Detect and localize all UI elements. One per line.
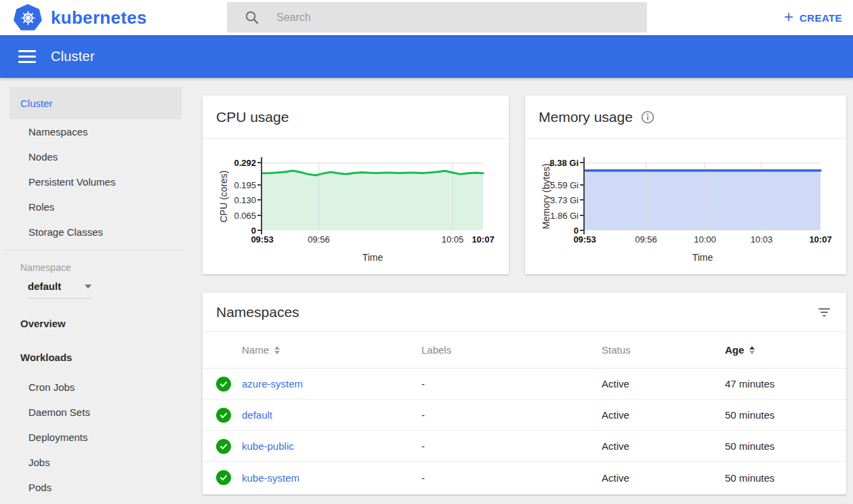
x-tick-label: 10:07 [472,234,494,245]
namespace-dropdown[interactable]: default [28,280,91,299]
search-input[interactable] [275,11,630,24]
memory-card-header: Memory usage [525,96,846,139]
sidebar-item-deployments[interactable]: Deployments [0,425,183,450]
y-tick [580,215,583,216]
app-header: kubernetes + CREATE [0,0,853,35]
table-row: azure-system-Active47 minutes [203,369,846,400]
y-tick-label: 5.59 Gi [550,180,579,190]
x-tick-label: 09:53 [573,234,596,245]
y-tick-label: 0.065 [234,210,256,220]
cpu-usage-chart: CPU (cores)00.0650.1300.1950.29209:5309:… [203,139,509,274]
x-tick-label: 10:07 [809,234,831,245]
status-ok-icon [216,408,231,423]
y-tick [257,230,261,231]
age-cell: 50 minutes [725,440,833,452]
column-header-name[interactable]: Name [242,344,421,356]
namespaces-title: Namespaces [216,304,299,320]
y-tick-label: 8.38 Gi [549,158,579,168]
status-cell: Active [602,378,725,390]
kubernetes-logo[interactable]: kubernetes [14,4,147,31]
status-cell: Active [602,440,725,452]
sidebar-divider [5,250,183,251]
create-button[interactable]: + CREATE [784,0,842,35]
sidebar-item-overview[interactable]: Overview [0,311,183,336]
menu-icon[interactable] [18,47,36,66]
y-tick-label: 3.73 Gi [550,195,579,205]
filter-icon[interactable] [816,306,833,319]
namespace-link[interactable]: kube-system [242,472,299,484]
age-cell: 47 minutes [725,378,833,390]
plot-area: 00.0650.1300.1950.29209:5309:5610:0510:0… [262,163,483,230]
memory-usage-chart: Memory (bytes)01.86 Gi3.73 Gi5.59 Gi8.38… [525,139,846,274]
kubernetes-helm-icon [14,4,42,31]
sidebar-item-cron-jobs[interactable]: Cron Jobs [0,375,183,400]
column-header-age[interactable]: Age [725,344,833,356]
sidebar-item-cluster[interactable]: Cluster [9,87,182,119]
x-tick-label: 10:05 [442,234,464,245]
table-row: default-Active50 minutes [203,400,846,431]
labels-cell: - [421,472,602,484]
table-row: kube-system-Active50 minutes [203,462,846,493]
column-header-status: Status [602,344,725,356]
sidebar-item-nodes[interactable]: Nodes [0,144,183,169]
status-ok-icon [216,470,231,485]
sidebar-item-pods[interactable]: Pods [0,475,183,500]
search-bar[interactable] [227,2,647,33]
sidebar-item-persistent-volumes[interactable]: Persistent Volumes [0,169,183,194]
sidebar-item-workloads[interactable]: Workloads [0,345,183,370]
status-ok-icon [216,377,231,392]
cpu-card-header: CPU usage [203,96,509,139]
cpu-usage-title: CPU usage [216,109,289,125]
y-axis [583,157,585,234]
sidebar: ClusterNamespacesNodesPersistent Volumes… [0,78,183,504]
cpu-usage-card: CPU usage CPU (cores)00.0650.1300.1950.2… [203,96,509,274]
namespaces-card: Namespaces Name Labels Status Age azure-… [203,293,846,495]
table-header: Name Labels Status Age [203,332,846,369]
namespace-link[interactable]: default [242,409,272,421]
x-axis-label: Time [262,252,483,263]
y-tick [580,162,583,163]
x-tick-label: 09:56 [635,234,657,245]
sidebar-item-namespaces[interactable]: Namespaces [0,119,183,144]
namespace-link[interactable]: azure-system [242,378,303,390]
y-tick [580,230,583,231]
age-cell: 50 minutes [725,472,833,484]
y-tick [257,215,261,216]
memory-usage-title: Memory usage [539,109,633,125]
status-cell: Active [602,472,725,484]
x-axis-label: Time [585,252,820,263]
y-tick [257,184,261,186]
labels-cell: - [421,378,602,390]
page-title: Cluster [51,49,95,64]
sidebar-item-storage-classes[interactable]: Storage Classes [0,219,183,245]
chevron-down-icon [85,285,91,289]
column-header-labels: Labels [421,344,602,356]
sort-icon [274,346,280,354]
namespace-label: Namespace [20,262,183,273]
create-button-label: CREATE [799,12,842,24]
namespace-selected-value: default [28,280,61,292]
plus-icon: + [784,9,793,25]
labels-cell: - [421,440,602,452]
age-cell: 50 minutes [725,409,833,421]
sidebar-item-daemon-sets[interactable]: Daemon Sets [0,400,183,425]
plot-area: 01.86 Gi3.73 Gi5.59 Gi8.38 Gi09:5309:561… [585,163,820,230]
memory-usage-card: Memory usage Memory (bytes)01.86 Gi3.73 … [525,96,846,274]
sidebar-item-jobs[interactable]: Jobs [0,450,183,475]
toolbar: Cluster [0,35,853,78]
info-icon[interactable] [641,110,654,124]
y-tick-label: 0.130 [234,195,256,205]
brand-title: kubernetes [51,7,147,28]
namespace-link[interactable]: kube-public [242,440,294,452]
y-tick [257,162,261,163]
y-tick-label: 0.292 [234,158,256,168]
y-tick-label: 0.195 [234,180,256,190]
table-row: kube-public-Active50 minutes [203,431,846,462]
y-tick [580,199,583,201]
sort-icon [749,346,755,354]
y-axis-label: CPU (cores) [218,170,229,222]
y-tick [257,199,261,201]
y-tick-label: 1.86 Gi [550,210,579,220]
y-axis [261,157,262,234]
sidebar-item-roles[interactable]: Roles [0,194,183,219]
